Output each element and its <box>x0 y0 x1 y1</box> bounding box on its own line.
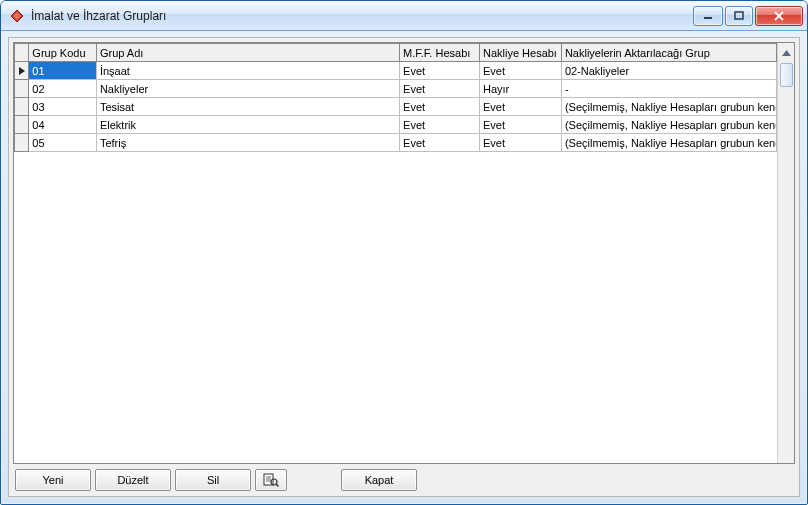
scroll-up-icon[interactable] <box>779 45 794 61</box>
cell-adi[interactable]: Tefriş <box>96 134 399 152</box>
cell-aktar[interactable]: 02-Nakliyeler <box>561 62 776 80</box>
client-area: Grup KoduGrup AdıM.F.F. HesabıNakliye He… <box>8 37 800 497</box>
app-icon <box>9 8 25 24</box>
row-indicator <box>15 116 29 134</box>
app-window: İmalat ve İhzarat Grupları Grup KoduGrup… <box>0 0 808 505</box>
cell-nakliye[interactable]: Evet <box>479 98 561 116</box>
current-row-icon <box>18 66 26 76</box>
svg-marker-5 <box>782 50 791 56</box>
svg-marker-4 <box>19 67 25 75</box>
svg-rect-3 <box>735 12 743 19</box>
cell-adi[interactable]: Tesisat <box>96 98 399 116</box>
cell-aktar[interactable]: - <box>561 80 776 98</box>
window-controls <box>693 6 805 26</box>
svg-line-11 <box>276 484 279 487</box>
cell-kodu[interactable]: 05 <box>29 134 97 152</box>
row-indicator <box>15 134 29 152</box>
cell-kodu[interactable]: 03 <box>29 98 97 116</box>
new-button[interactable]: Yeni <box>15 469 91 491</box>
scroll-thumb[interactable] <box>780 63 793 87</box>
maximize-button[interactable] <box>725 6 753 26</box>
edit-button[interactable]: Düzelt <box>95 469 171 491</box>
cell-aktar[interactable]: (Seçilmemiş, Nakliye Hesapları grubun ke… <box>561 134 776 152</box>
column-header-kodu[interactable]: Grup Kodu <box>29 44 97 62</box>
table-row[interactable]: 04ElektrikEvetEvet(Seçilmemiş, Nakliye H… <box>15 116 777 134</box>
cell-nakliye[interactable]: Evet <box>479 116 561 134</box>
data-grid[interactable]: Grup KoduGrup AdıM.F.F. HesabıNakliye He… <box>13 42 795 464</box>
cell-nakliye[interactable]: Evet <box>479 62 561 80</box>
row-indicator <box>15 62 29 80</box>
row-indicator <box>15 80 29 98</box>
column-header-aktar[interactable]: Nakliyelerin Aktarılacağı Grup <box>561 44 776 62</box>
cell-kodu[interactable]: 01 <box>29 62 97 80</box>
delete-button[interactable]: Sil <box>175 469 251 491</box>
table-row[interactable]: 02NakliyelerEvetHayır - <box>15 80 777 98</box>
svg-rect-2 <box>704 17 712 19</box>
cell-mff[interactable]: Evet <box>400 98 480 116</box>
close-button[interactable] <box>755 6 803 26</box>
cell-aktar[interactable]: (Seçilmemiş, Nakliye Hesapları grubun ke… <box>561 98 776 116</box>
cell-adi[interactable]: Elektrik <box>96 116 399 134</box>
table-row[interactable]: 05TefrişEvetEvet(Seçilmemiş, Nakliye Hes… <box>15 134 777 152</box>
cell-mff[interactable]: Evet <box>400 116 480 134</box>
cell-aktar[interactable]: (Seçilmemiş, Nakliye Hesapları grubun ke… <box>561 116 776 134</box>
cell-adi[interactable]: İnşaat <box>96 62 399 80</box>
print-preview-icon <box>263 473 279 487</box>
column-header-mff[interactable]: M.F.F. Hesabı <box>400 44 480 62</box>
cell-mff[interactable]: Evet <box>400 80 480 98</box>
cell-mff[interactable]: Evet <box>400 134 480 152</box>
table-row[interactable]: 01İnşaatEvetEvet02-Nakliyeler <box>15 62 777 80</box>
row-indicator <box>15 98 29 116</box>
button-bar: Yeni Düzelt Sil Kapat <box>9 466 799 496</box>
cell-adi[interactable]: Nakliyeler <box>96 80 399 98</box>
titlebar[interactable]: İmalat ve İhzarat Grupları <box>1 1 807 31</box>
cell-mff[interactable]: Evet <box>400 62 480 80</box>
vertical-scrollbar[interactable] <box>777 43 794 463</box>
minimize-button[interactable] <box>693 6 723 26</box>
print-preview-button[interactable] <box>255 469 287 491</box>
row-indicator-header <box>15 44 29 62</box>
table-row[interactable]: 03TesisatEvetEvet(Seçilmemiş, Nakliye He… <box>15 98 777 116</box>
cell-nakliye[interactable]: Hayır <box>479 80 561 98</box>
column-header-nakliye[interactable]: Nakliye Hesabı <box>479 44 561 62</box>
cell-nakliye[interactable]: Evet <box>479 134 561 152</box>
column-header-adi[interactable]: Grup Adı <box>96 44 399 62</box>
cell-kodu[interactable]: 02 <box>29 80 97 98</box>
cell-kodu[interactable]: 04 <box>29 116 97 134</box>
window-title: İmalat ve İhzarat Grupları <box>31 9 693 23</box>
close-dialog-button[interactable]: Kapat <box>341 469 417 491</box>
